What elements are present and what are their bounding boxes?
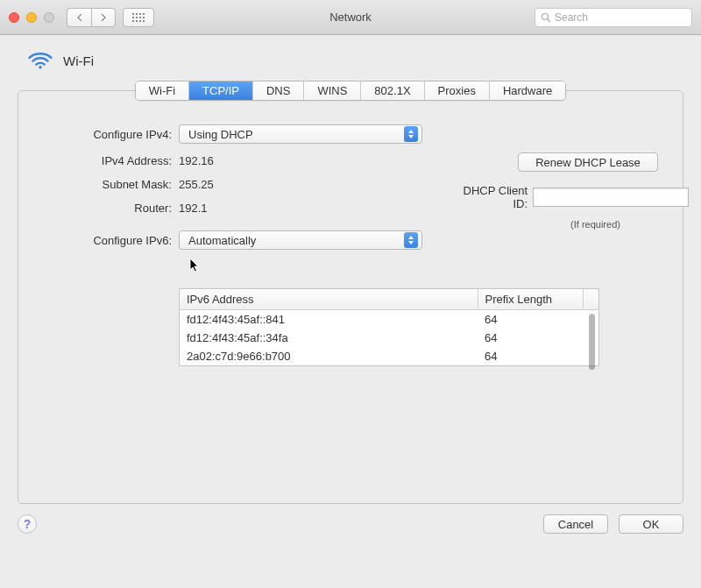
chevron-updown-icon <box>404 126 418 142</box>
footer: ? Cancel OK <box>18 514 683 534</box>
ipv4-address-value: 192.16 <box>179 154 214 167</box>
close-window-button[interactable] <box>9 12 19 23</box>
tab-dns[interactable]: DNS <box>253 81 304 100</box>
svg-line-1 <box>548 19 550 22</box>
tab-proxies[interactable]: Proxies <box>425 81 490 100</box>
dhcp-area: Renew DHCP Lease DHCP Client ID: (If req… <box>450 152 658 230</box>
nav-buttons <box>67 8 116 27</box>
configure-ipv6-value: Automatically <box>188 234 256 247</box>
svg-point-2 <box>39 66 41 68</box>
router-value: 192.1 <box>179 202 208 215</box>
ok-button[interactable]: OK <box>619 514 683 534</box>
cancel-button[interactable]: Cancel <box>543 514 608 534</box>
dhcp-client-id-input[interactable] <box>533 188 689 207</box>
minimize-window-button[interactable] <box>26 12 37 23</box>
configure-ipv4-select[interactable]: Using DHCP <box>179 124 422 144</box>
table-row[interactable]: 2a02:c7d:9e66:b700 64 <box>180 347 598 365</box>
window-controls <box>9 12 54 23</box>
subnet-mask-label: Subnet Mask: <box>43 178 179 191</box>
window-title: Network <box>329 11 372 24</box>
ipv6-prefix-cell: 64 <box>478 310 583 329</box>
back-button[interactable] <box>67 8 91 27</box>
titlebar: Network Search <box>0 0 701 35</box>
forward-button[interactable] <box>91 8 116 27</box>
chevron-right-icon <box>100 13 107 22</box>
svg-point-0 <box>542 13 549 19</box>
tab-tcpip[interactable]: TCP/IP <box>189 81 253 100</box>
dhcp-if-required-label: (If required) <box>533 219 658 230</box>
content: Wi-Fi Wi-Fi TCP/IP DNS WINS 802.1X Proxi… <box>0 35 701 546</box>
search-input[interactable]: Search <box>535 8 692 27</box>
show-all-button[interactable] <box>123 8 154 27</box>
subnet-mask-value: 255.25 <box>179 178 214 191</box>
ipv6-prefix-cell: 64 <box>478 347 583 365</box>
table-row[interactable]: fd12:4f43:45af::841 64 <box>180 310 598 329</box>
ipv6-addr-cell: fd12:4f43:45af::841 <box>180 310 478 329</box>
configure-ipv6-label: Configure IPv6: <box>43 234 179 247</box>
router-label: Router: <box>43 202 179 215</box>
configure-ipv6-select[interactable]: Automatically <box>179 230 422 250</box>
dhcp-client-id-label: DHCP Client ID: <box>450 184 533 210</box>
help-button[interactable]: ? <box>18 514 37 534</box>
table-row[interactable]: fd12:4f43:45af::34fa 64 <box>180 329 598 347</box>
chevron-left-icon <box>76 13 83 22</box>
tabs: Wi-Fi TCP/IP DNS WINS 802.1X Proxies Har… <box>18 81 683 101</box>
tab-8021x[interactable]: 802.1X <box>361 81 424 100</box>
page-title: Wi-Fi <box>63 53 94 68</box>
configure-ipv4-value: Using DHCP <box>188 128 253 141</box>
ipv6-col-spacer <box>583 289 598 310</box>
ipv6-table: IPv6 Address Prefix Length fd12:4f43:45a… <box>179 288 599 366</box>
ipv6-col-prefix[interactable]: Prefix Length <box>478 289 583 310</box>
ipv6-addr-cell: fd12:4f43:45af::34fa <box>180 329 478 347</box>
page-header: Wi-Fi <box>18 51 683 70</box>
configure-ipv4-label: Configure IPv4: <box>43 128 179 141</box>
tcpip-panel: Configure IPv4: Using DHCP IPv4 Address:… <box>18 90 683 504</box>
wifi-icon <box>28 51 53 70</box>
renew-dhcp-lease-button[interactable]: Renew DHCP Lease <box>518 152 658 172</box>
tab-wins[interactable]: WINS <box>304 81 361 100</box>
search-icon <box>541 12 551 23</box>
tab-hardware[interactable]: Hardware <box>490 81 565 100</box>
zoom-window-button[interactable] <box>44 12 54 23</box>
ipv4-address-label: IPv4 Address: <box>43 154 179 167</box>
grid-icon <box>132 13 145 22</box>
ipv6-prefix-cell: 64 <box>478 329 583 347</box>
chevron-updown-icon <box>404 232 418 248</box>
ipv6-addr-cell: 2a02:c7d:9e66:b700 <box>180 347 478 365</box>
search-placeholder: Search <box>555 11 588 24</box>
tab-wifi[interactable]: Wi-Fi <box>136 81 189 100</box>
scrollbar[interactable] <box>589 314 595 370</box>
ipv6-col-address[interactable]: IPv6 Address <box>180 289 478 310</box>
